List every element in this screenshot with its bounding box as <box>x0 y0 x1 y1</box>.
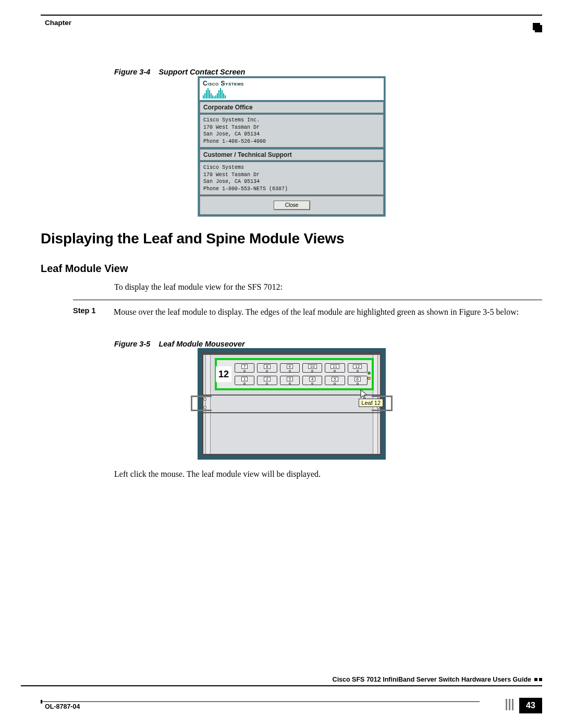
status-led-amber-icon <box>368 377 371 380</box>
cisco-logo-band: Cisco Systems <box>200 78 384 100</box>
port[interactable]: 2 <box>257 376 277 385</box>
page-number-badge: 43 <box>519 698 542 713</box>
frame-sep-2 <box>203 412 380 413</box>
port[interactable]: 12 <box>348 363 368 373</box>
port-led-icon <box>243 382 246 385</box>
figure-prefix: Figure 3-4 <box>114 68 150 76</box>
step-1-label: Step 1 <box>73 306 100 318</box>
footer-stripe-icon <box>506 699 515 710</box>
port-led-icon <box>266 382 268 385</box>
figure-3-4-caption: Figure 3-4 Support Contact Screen <box>114 68 245 76</box>
subsection-heading: Leaf Module View <box>41 263 128 275</box>
after-figure-text: Left click the mouse. The leaf module vi… <box>114 470 321 479</box>
port-led-icon <box>289 370 291 372</box>
port-led-icon <box>311 382 313 385</box>
port-label: 1 <box>241 377 248 381</box>
step-1-row: Step 1 Mouse over the leaf module to dis… <box>73 306 542 318</box>
port-led-icon <box>311 370 313 372</box>
port-label: 11 <box>331 364 339 369</box>
port-label: 3 <box>287 377 293 381</box>
mount-bracket-left <box>191 396 212 411</box>
footer-thin-rule <box>41 701 480 702</box>
step-1-text: Mouse over the leaf module to display. T… <box>114 306 519 318</box>
footer-rule <box>21 685 542 686</box>
frame-sep-1 <box>203 394 380 396</box>
leaf-module-highlighted[interactable]: 12 7 8 9 10 11 12 1 2 3 4 5 6 <box>215 358 374 390</box>
port[interactable]: 1 <box>235 376 254 385</box>
chassis-frame: 12 7 8 9 10 11 12 1 2 3 4 5 6 <box>202 352 382 455</box>
port[interactable]: 9 <box>280 363 300 373</box>
port-label: 4 <box>309 377 315 381</box>
thin-rule <box>73 300 542 300</box>
port-led-icon <box>357 382 359 385</box>
port-label: 6 <box>354 377 361 381</box>
figure-3-5-caption: Figure 3-5 Leaf Module Mouseover <box>114 340 245 348</box>
port[interactable]: 7 <box>235 363 254 373</box>
close-button[interactable]: Close <box>274 201 310 210</box>
leaf-module-mouseover-figure: 12 7 8 9 10 11 12 1 2 3 4 5 6 <box>198 348 386 460</box>
corporate-office-body: Cisco Systems Inc. 170 West Tasman Dr Sa… <box>200 115 384 147</box>
cisco-bridge-icon <box>203 88 381 98</box>
port[interactable]: 10 <box>302 363 322 373</box>
module-number: 12 <box>216 366 231 382</box>
port[interactable]: 8 <box>257 363 277 373</box>
cisco-logo-text: Cisco Systems <box>203 80 381 87</box>
port-led-icon <box>357 370 359 372</box>
port-led-icon <box>266 370 268 372</box>
corporate-office-header: Corporate Office <box>200 102 384 113</box>
port-grid: 7 8 9 10 11 12 1 2 3 4 5 6 <box>235 362 368 386</box>
port-led-icon <box>334 382 336 385</box>
port-label: 8 <box>264 364 270 369</box>
support-contact-screen: Cisco Systems Corporate Office Cisco Sys… <box>198 76 386 217</box>
port-led-icon <box>334 370 336 372</box>
mouse-cursor-icon <box>360 389 369 400</box>
footer-doc-id: OL-8787-04 <box>45 703 80 710</box>
hover-tooltip: Leaf 12 <box>359 399 383 407</box>
dialog-footer: Close <box>200 196 384 215</box>
figure-prefix: Figure 3-5 <box>114 340 150 348</box>
port[interactable]: 11 <box>325 363 345 373</box>
port-label: 5 <box>332 377 338 381</box>
chapter-label: Chapter <box>45 19 71 27</box>
status-led-green-icon <box>368 372 371 375</box>
guide-title-text: Cisco SFS 7012 InfiniBand Server Switch … <box>333 676 531 683</box>
module-status-leds <box>368 372 371 380</box>
technical-support-header: Customer / Technical Support <box>200 149 384 161</box>
port-led-icon <box>243 370 246 372</box>
header-marker-icon <box>535 25 542 32</box>
port[interactable]: 4 <box>302 376 322 385</box>
header-rule <box>41 15 542 16</box>
port-led-icon <box>289 382 291 385</box>
intro-text: To display the leaf module view for the … <box>114 282 283 292</box>
port[interactable]: 3 <box>280 376 300 385</box>
port-label: 7 <box>241 364 248 369</box>
footer-guide-title: Cisco SFS 7012 InfiniBand Server Switch … <box>333 676 542 683</box>
port-label: 12 <box>353 364 362 369</box>
figure-title: Support Contact Screen <box>158 68 245 76</box>
port[interactable]: 6 <box>348 376 368 385</box>
footer-square-icon <box>534 678 542 681</box>
figure-title: Leaf Module Mouseover <box>158 340 244 348</box>
port-label: 9 <box>287 364 293 369</box>
section-heading: Displaying the Leaf and Spine Module Vie… <box>41 230 344 247</box>
port-label: 2 <box>264 377 270 381</box>
port-label: 10 <box>308 364 317 369</box>
frame-top-line <box>203 354 380 355</box>
technical-support-body: Cisco Systems 170 West Tasman Dr San Jos… <box>200 162 384 195</box>
port[interactable]: 5 <box>325 376 345 385</box>
